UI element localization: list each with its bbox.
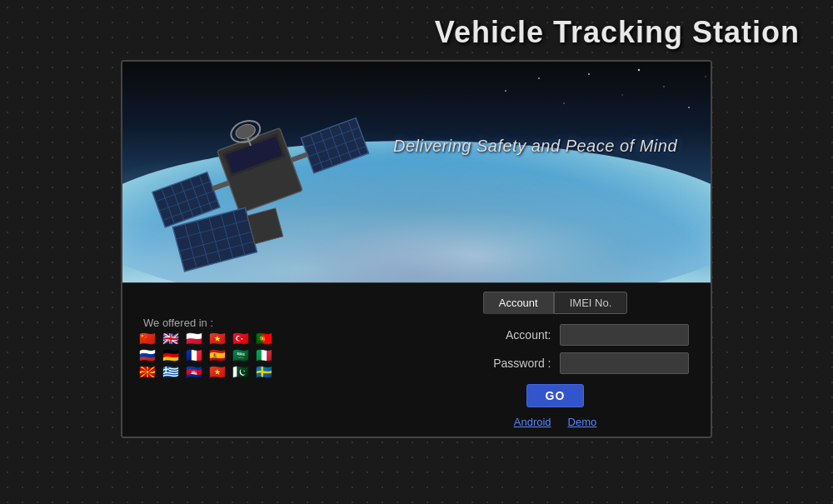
password-input[interactable] [560, 352, 689, 374]
flags-wrapper: 🇨🇳 🇬🇧 🇵🇱 🇻🇳 🇹🇷 🇵🇹 🇷🇺 🇩🇪 🇫🇷 🇪🇸 🇸🇦 🇮🇹 [139, 332, 416, 379]
language-label: We offered in : [139, 317, 416, 329]
svg-rect-27 [212, 180, 231, 191]
svg-point-8 [505, 90, 506, 92]
svg-point-1 [563, 102, 565, 104]
password-label: Password : [485, 357, 551, 370]
android-link[interactable]: Android [514, 416, 551, 428]
tabs-row: Account IMEI No. [483, 292, 628, 314]
svg-point-5 [663, 86, 665, 87]
flag-gb[interactable]: 🇬🇧 [162, 332, 182, 346]
flag-pl[interactable]: 🇵🇱 [186, 332, 206, 346]
flag-gr[interactable]: 🇬🇷 [162, 366, 182, 379]
account-label: Account: [485, 328, 551, 342]
flag-se[interactable]: 🇸🇪 [256, 366, 276, 379]
demo-link[interactable]: Demo [568, 416, 597, 428]
password-row: Password : [422, 352, 689, 374]
links-row: Android Demo [514, 416, 597, 428]
page-title: Vehicle Tracking Station [0, 0, 833, 58]
flags-row-1: 🇨🇳 🇬🇧 🇵🇱 🇻🇳 🇹🇷 🇵🇹 [139, 332, 416, 346]
account-row: Account: [422, 324, 689, 346]
svg-point-0 [538, 77, 540, 79]
tab-imei[interactable]: IMEI No. [554, 292, 628, 314]
svg-point-6 [688, 107, 690, 108]
satellite-image [147, 87, 381, 278]
flag-ru[interactable]: 🇷🇺 [139, 349, 159, 362]
flag-kh[interactable]: 🇰🇭 [186, 366, 206, 379]
flag-it[interactable]: 🇮🇹 [256, 349, 276, 362]
flag-de[interactable]: 🇩🇪 [162, 349, 182, 362]
form-section: Account: Password : GO Android Demo [422, 324, 689, 428]
satellite-area: Delivering Safety and Peace of Mind [122, 62, 711, 282]
svg-point-2 [588, 73, 590, 75]
flag-pk[interactable]: 🇵🇰 [232, 366, 252, 379]
flag-mk[interactable]: 🇲🇰 [139, 366, 159, 379]
flag-pt[interactable]: 🇵🇹 [256, 332, 276, 346]
flag-vn[interactable]: 🇻🇳 [209, 332, 229, 346]
flag-vn2[interactable]: 🇻🇳 [209, 366, 229, 379]
account-input[interactable] [560, 324, 689, 346]
flag-cn[interactable]: 🇨🇳 [139, 332, 159, 346]
bottom-section: We offered in : 🇨🇳 🇬🇧 🇵🇱 🇻🇳 🇹🇷 🇵🇹 🇷🇺 🇩🇪 … [122, 282, 711, 437]
svg-point-4 [638, 69, 640, 71]
flags-row-3: 🇲🇰 🇬🇷 🇰🇭 🇻🇳 🇵🇰 🇸🇪 [139, 366, 416, 379]
flag-sa[interactable]: 🇸🇦 [232, 349, 252, 362]
flag-fr[interactable]: 🇫🇷 [186, 349, 206, 362]
main-container: Delivering Safety and Peace of Mind We o… [121, 60, 712, 438]
flags-row-2: 🇷🇺 🇩🇪 🇫🇷 🇪🇸 🇸🇦 🇮🇹 [139, 349, 416, 362]
subtitle-text: Delivering Safety and Peace of Mind [393, 137, 677, 156]
svg-rect-18 [301, 118, 368, 173]
svg-point-7 [705, 76, 706, 77]
svg-point-3 [621, 94, 622, 95]
flag-es[interactable]: 🇪🇸 [209, 349, 229, 362]
tab-account[interactable]: Account [483, 292, 554, 314]
go-button[interactable]: GO [526, 384, 585, 407]
language-section: We offered in : 🇨🇳 🇬🇧 🇵🇱 🇻🇳 🇹🇷 🇵🇹 🇷🇺 🇩🇪 … [139, 292, 416, 379]
login-form-area: Account IMEI No. Account: Password : GO … [416, 292, 694, 428]
flag-tr[interactable]: 🇹🇷 [232, 332, 252, 346]
svg-rect-28 [290, 152, 309, 162]
